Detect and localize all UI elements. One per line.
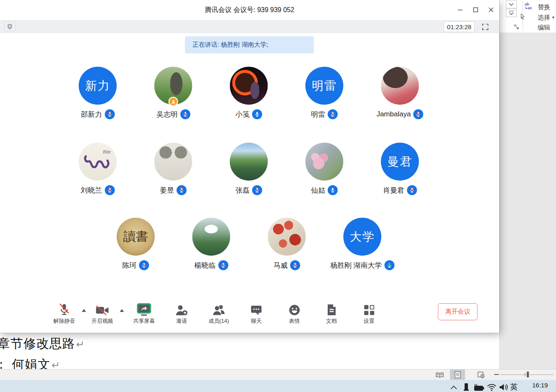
mic-on-icon: [328, 185, 338, 195]
mic-muted-icon: [177, 185, 187, 195]
participant-tile[interactable]: 马威: [249, 218, 324, 273]
participant-tile[interactable]: 楊晓临: [174, 218, 249, 273]
snake-doodle-icon: [83, 151, 112, 172]
share-screen-icon: [137, 303, 151, 316]
select-button[interactable]: 选择: [538, 14, 550, 22]
mic-muted-icon: [139, 260, 149, 270]
maximize-button[interactable]: [470, 4, 481, 15]
participant-tile[interactable]: 仙姑: [287, 143, 362, 198]
camera-off-icon: [96, 305, 109, 316]
print-layout-button[interactable]: [450, 369, 465, 380]
minimize-button[interactable]: [455, 4, 465, 15]
tray-battery-icon[interactable]: [473, 384, 484, 391]
participant-name: 小笺: [235, 110, 250, 119]
meeting-titlebar: 腾讯会议 会议号: 939 939 052: [0, 0, 499, 20]
gallery-more-bar: [509, 11, 514, 11]
fullscreen-button[interactable]: [479, 21, 491, 32]
video-options-caret[interactable]: [120, 309, 124, 312]
avatar: [381, 67, 419, 105]
participant-name: 陈珂: [122, 261, 136, 270]
gallery-scroll-down-button[interactable]: [506, 0, 517, 8]
mic-muted-icon: [252, 185, 262, 195]
close-button[interactable]: [485, 4, 496, 15]
unmute-button[interactable]: 解除静音: [48, 302, 80, 325]
minimize-icon: [457, 7, 463, 13]
invite-button[interactable]: 邀请: [166, 302, 197, 325]
meeting-security-button[interactable]: [4, 21, 15, 31]
select-dropdown-caret[interactable]: ▼: [551, 15, 555, 20]
participant-name: 邵新力: [81, 110, 102, 119]
tray-phone-icon[interactable]: [463, 383, 469, 392]
participant-tile[interactable]: 大学 杨胜刚 湖南大学: [314, 218, 410, 273]
participant-tile[interactable]: 新力 邵新力: [60, 67, 135, 122]
settings-button[interactable]: 设置: [353, 302, 385, 325]
gallery-more-button[interactable]: [506, 9, 517, 17]
members-icon: [212, 304, 225, 316]
share-screen-button[interactable]: 共享屏幕: [128, 302, 160, 325]
maximize-icon: [473, 7, 478, 13]
participant-name: Jambalaya: [377, 110, 411, 118]
zoom-out-button[interactable]: [494, 374, 499, 375]
participant-tile[interactable]: 姜昱: [136, 143, 211, 198]
members-button[interactable]: 成员(14): [203, 302, 235, 325]
dialog-launcher-button[interactable]: [514, 24, 520, 32]
participant-tile[interactable]: 张磊: [211, 143, 286, 198]
avatar: 明雷: [306, 67, 344, 105]
read-mode-icon: [436, 372, 444, 378]
web-layout-button[interactable]: [473, 369, 488, 380]
avatar: Bite: [79, 143, 117, 181]
participant-tile[interactable]: 明雷 明雷: [287, 67, 362, 122]
participant-name: 姜昱: [160, 186, 174, 195]
doc-text-line: ： 何娟文↵: [0, 356, 60, 369]
launcher-icon: [514, 25, 520, 30]
avatar: [192, 218, 230, 256]
avatar: [230, 143, 268, 181]
close-icon: [488, 7, 494, 13]
participant-tile[interactable]: Jambalaya: [362, 67, 437, 122]
mic-muted-icon: [218, 260, 228, 270]
docs-button[interactable]: 文档: [316, 302, 347, 325]
web-layout-icon: [478, 372, 485, 378]
replace-button[interactable]: 替换: [538, 3, 550, 11]
zoom-slider-handle[interactable]: [527, 372, 529, 377]
ime-language-indicator[interactable]: 英: [510, 382, 518, 392]
participant-tile[interactable]: 曼君 肖曼君: [362, 143, 437, 198]
participant-tile[interactable]: 吴志明: [136, 67, 211, 122]
chat-button[interactable]: 聊天: [240, 302, 272, 325]
participant-name: 刘晓兰: [81, 186, 102, 195]
chevron-down-icon: [509, 12, 514, 15]
start-video-button[interactable]: 开启视频: [86, 302, 118, 325]
participant-tile[interactable]: 讀書 陈珂: [98, 218, 173, 273]
word-document-background: [499, 33, 556, 369]
mic-muted-icon: [58, 303, 70, 316]
document-icon: [326, 304, 336, 316]
paragraph-mark: ↵: [51, 359, 60, 369]
participant-tile[interactable]: Bite 刘晓兰: [60, 143, 135, 198]
tray-volume-icon[interactable]: [499, 383, 509, 391]
participant-tile[interactable]: 小笺: [211, 67, 286, 122]
emoji-button[interactable]: 表情: [278, 302, 310, 325]
mic-speaking-icon: [384, 260, 394, 270]
tray-overflow-chevron-icon[interactable]: [450, 385, 457, 390]
active-speaker-banner: 正在讲话: 杨胜刚 湖南大学;: [185, 36, 314, 53]
shield-icon: [7, 23, 13, 30]
mic-muted-icon: [290, 260, 300, 270]
leave-meeting-button[interactable]: 离开会议: [438, 303, 478, 320]
read-mode-button[interactable]: [432, 369, 447, 380]
meeting-duration: 01:23:28: [444, 21, 475, 32]
attendee-badge-icon: [169, 97, 178, 106]
avatar: [268, 218, 306, 256]
clock[interactable]: 16:19: [532, 382, 548, 389]
desktop: A ab ↳ac 替换 选择 ▼ 编辑 章节修改思路↵ ： 何娟文↵: [0, 0, 556, 392]
settings-grid-icon: [364, 304, 375, 316]
meeting-window: 腾讯会议 会议号: 939 939 052 01:23:28 正在讲话:: [0, 0, 499, 333]
smiley-icon: [289, 304, 300, 316]
edit-group-label: 编辑: [538, 24, 550, 32]
zoom-slider-center-tick: [525, 373, 525, 377]
word-status-bar: [0, 369, 556, 380]
participant-name: 仙姑: [311, 186, 325, 195]
mic-options-caret[interactable]: [82, 309, 86, 312]
tray-wifi-icon[interactable]: [487, 383, 497, 391]
avatar: [154, 143, 192, 181]
mic-muted-icon: [413, 109, 423, 119]
